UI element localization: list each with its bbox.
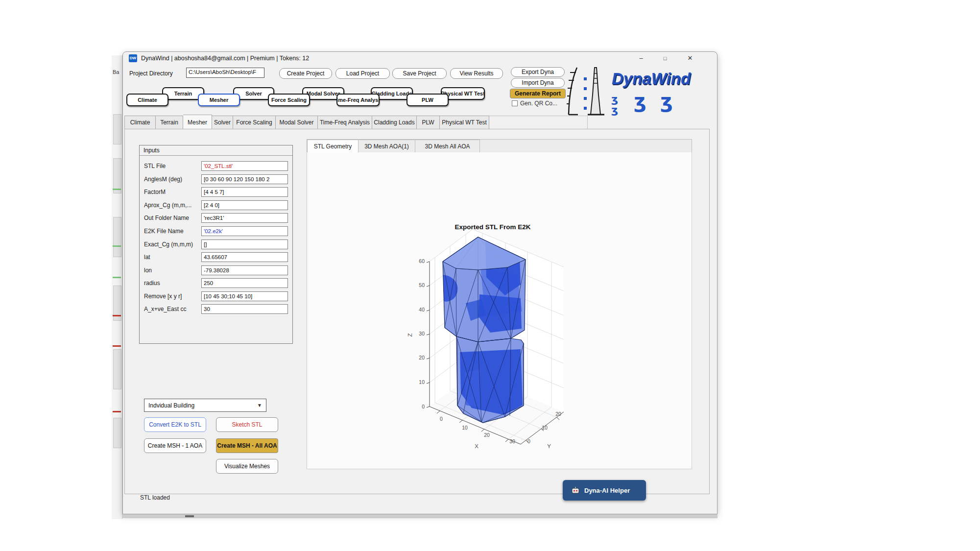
robot-icon — [572, 487, 579, 494]
background-thumbnail — [113, 418, 121, 448]
inputs-panel-title: Inputs — [140, 145, 292, 156]
svg-text:30: 30 — [509, 438, 515, 444]
visualize-meshes-button[interactable]: Visualize Meshes — [216, 459, 278, 474]
background-accent — [113, 189, 121, 190]
maximize-button[interactable]: □ — [658, 53, 672, 64]
field-label-lat: lat — [144, 254, 200, 261]
create-msh-all-aoa-button[interactable]: Create MSH - All AOA — [216, 438, 278, 453]
window-title: DynaWind | aboshosha84@gmail.com | Premi… — [141, 55, 309, 62]
tab-force-scaling[interactable]: Force Scaling — [233, 116, 276, 129]
create-project-button[interactable]: Create Project — [279, 68, 332, 79]
nav-button-plw[interactable]: PLW — [406, 94, 449, 106]
svg-text:60: 60 — [419, 258, 425, 264]
svg-text:50: 50 — [419, 282, 425, 288]
field-label-e2k-file: E2K File Name — [144, 228, 200, 235]
field-label-radius: radius — [144, 280, 200, 287]
lat-input[interactable] — [201, 252, 288, 262]
svg-text:10: 10 — [419, 379, 425, 385]
viewer-tab-bar: STL Geometry 3D Mesh AOA(1) 3D Mesh All … — [307, 139, 692, 152]
import-dyna-button[interactable]: Import Dyna — [511, 78, 565, 88]
svg-text:10: 10 — [542, 425, 548, 431]
stl-3d-plot[interactable]: Exported STL From E2K — [407, 211, 583, 456]
field-label-stl-file: STL File — [144, 163, 200, 169]
save-project-button[interactable]: Save Project — [392, 68, 447, 79]
view-results-button[interactable]: View Results — [450, 68, 503, 79]
nav-button-climate[interactable]: Climate — [126, 94, 168, 106]
tower-logo-icon — [566, 67, 610, 117]
background-accent — [113, 345, 121, 347]
project-directory-field[interactable]: C:\Users\AboSh\Desktop\F — [186, 68, 264, 78]
export-dyna-button[interactable]: Export Dyna — [511, 67, 565, 77]
wind-swirl-icon: ʒ — [611, 94, 618, 105]
building-type-dropdown[interactable]: Indvidual Building ▼ — [144, 399, 266, 412]
remove-input[interactable] — [201, 291, 288, 301]
svg-text:30: 30 — [419, 331, 425, 336]
viewer-tab-3d-mesh-aoa1[interactable]: 3D Mesh AOA(1) — [359, 140, 415, 153]
tab-cladding-loads[interactable]: Cladding Loads — [372, 116, 417, 129]
e2k-file-input[interactable] — [201, 226, 288, 236]
tab-plw[interactable]: PLW — [417, 116, 440, 129]
svg-text:40: 40 — [419, 307, 425, 312]
logo-area: DynaWind ʒ ʒ ʒ ʒ — [566, 66, 713, 117]
background-accent — [113, 277, 121, 278]
aprox-cg-input[interactable] — [201, 200, 288, 210]
field-label-aprox-cg: Aprox_Cg (m,m,... — [144, 202, 200, 209]
sketch-stl-button[interactable]: Sketch STL — [216, 417, 278, 432]
generate-report-button[interactable]: Generate Report — [510, 89, 566, 98]
dyna-ai-helper-label: Dyna-AI Helper — [584, 487, 630, 494]
field-label-lon: lon — [144, 267, 200, 274]
svg-text:0: 0 — [440, 416, 443, 422]
wind-swirl-icon: ʒ — [660, 91, 673, 111]
exact-cg-input[interactable] — [201, 240, 288, 249]
nav-button-time-freq-analysis[interactable]: Time-Freq Analysis — [336, 94, 380, 106]
viewer-tab-stl-geometry[interactable]: STL Geometry — [307, 140, 359, 153]
nav-button-mesher[interactable]: Mesher — [198, 94, 240, 106]
background-thumbnail — [113, 217, 121, 257]
svg-text:20: 20 — [484, 432, 490, 438]
background-thumbnail — [113, 114, 121, 144]
field-label-exact-cg: Exact_Cg (m,m,m) — [144, 241, 200, 248]
nav-button-force-scaling[interactable]: Force Scaling — [268, 94, 310, 106]
tab-modal-solver[interactable]: Modal Solver — [276, 116, 318, 129]
a-x-east-input[interactable] — [201, 304, 288, 314]
viewer-tab-3d-mesh-all-aoa[interactable]: 3D Mesh All AOA — [415, 140, 480, 153]
tab-time-freq-analysis[interactable]: Time-Freq Analysis — [318, 116, 372, 129]
tab-climate[interactable]: Climate — [124, 116, 156, 129]
minimize-button[interactable]: – — [634, 53, 648, 64]
tab-solver[interactable]: Solver — [212, 116, 233, 129]
y-axis-label: Y — [547, 443, 551, 449]
convert-e2k-to-stl-button[interactable]: Convert E2K to STL — [144, 417, 206, 432]
app-icon: DW — [129, 54, 137, 62]
field-label-remove: Remove [x y r] — [144, 293, 200, 300]
tab-mesher[interactable]: Mesher — [183, 115, 212, 129]
close-button[interactable]: ✕ — [683, 53, 697, 64]
dyna-ai-helper-button[interactable]: Dyna-AI Helper — [563, 480, 646, 501]
field-label-anglesm: AnglesM (deg) — [144, 176, 200, 183]
svg-text:0: 0 — [527, 438, 530, 444]
wind-swirl-icon: ʒ — [634, 91, 646, 111]
tab-strip: Climate Terrain Mesher Solver Force Scal… — [124, 115, 588, 129]
tab-physical-wt-test[interactable]: Physical WT Test — [440, 116, 489, 129]
tab-terrain[interactable]: Terrain — [156, 116, 183, 129]
app-window: DW DynaWind | aboshosha84@gmail.com | Pr… — [122, 51, 717, 514]
background-accent — [113, 315, 121, 316]
background-thumbnail — [113, 349, 121, 389]
project-directory-label: Project Directory — [129, 70, 173, 77]
out-folder-input[interactable] — [201, 213, 288, 223]
chevron-down-icon: ▼ — [257, 403, 262, 408]
create-msh-1-aoa-button[interactable]: Create MSH - 1 AOA — [144, 438, 206, 453]
status-text: STL loaded — [140, 494, 170, 501]
anglesm-input[interactable] — [201, 174, 288, 184]
radius-input[interactable] — [201, 278, 288, 288]
svg-text:20: 20 — [555, 411, 561, 417]
stl-file-input[interactable] — [201, 161, 288, 171]
tab-strip-filler — [489, 116, 588, 129]
lon-input[interactable] — [201, 265, 288, 275]
gen-qr-checkbox[interactable] — [512, 100, 518, 106]
below-window-strip — [122, 514, 717, 518]
logo-text: DynaWind — [612, 70, 691, 88]
field-label-out-folder: Out Folder Name — [144, 215, 200, 221]
factorm-input[interactable] — [201, 187, 288, 197]
load-project-button[interactable]: Load Project — [335, 68, 390, 79]
background-app-sliver: Ba — [112, 55, 122, 519]
